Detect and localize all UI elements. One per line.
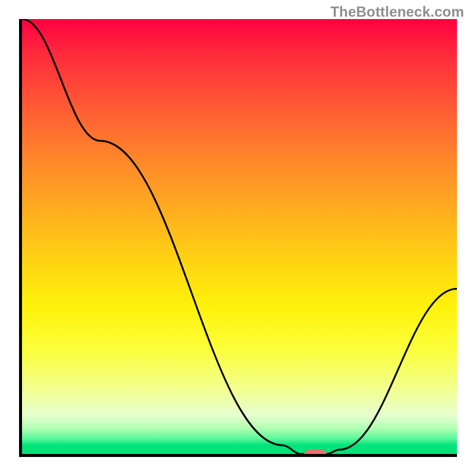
curve-path [22,19,457,454]
plot-area [19,19,457,457]
chart-container: TheBottleneck.com [0,0,476,476]
bottleneck-curve [22,19,457,454]
watermark-text: TheBottleneck.com [330,4,464,20]
optimum-marker [304,450,327,457]
